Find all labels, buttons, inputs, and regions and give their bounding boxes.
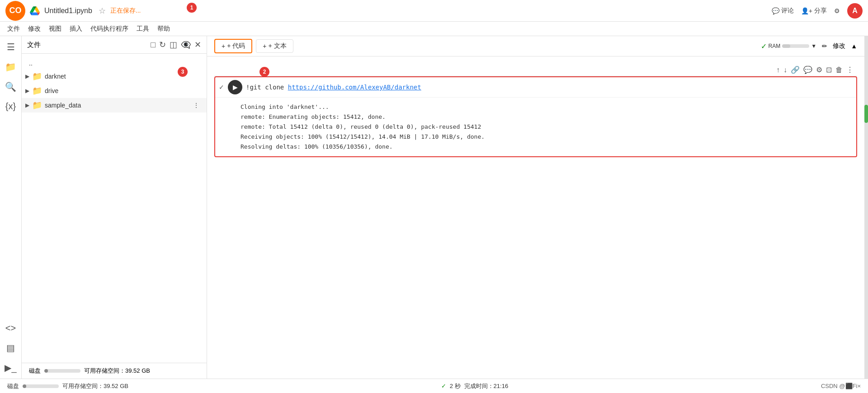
search-icon[interactable]: 🔍 xyxy=(5,81,16,92)
chevron-icon: ▶ xyxy=(25,88,29,94)
check-icon: ✓ xyxy=(761,42,767,51)
avatar-letter: A xyxy=(852,7,858,15)
csdn-label: CSDN @⬛Fi× xyxy=(821,383,861,389)
menu-insert[interactable]: 插入 xyxy=(70,25,82,33)
hide-sidebar-icon[interactable]: ◫ xyxy=(170,40,177,50)
comment-cell-icon[interactable]: 💬 xyxy=(803,66,812,74)
output-line-5: Resolving deltas: 100% (10356/10356), do… xyxy=(241,142,849,152)
comment-icon: 💬 xyxy=(772,7,779,14)
gear-icon: ⚙ xyxy=(834,7,840,14)
avatar[interactable]: A xyxy=(847,3,863,19)
co-logo-text: CO xyxy=(9,6,22,15)
share-icon: 👤+ xyxy=(801,7,812,14)
comment-label: 评论 xyxy=(781,7,794,15)
cell-right-toolbar: ↑ ↓ 🔗 💬 ⚙ ⊡ 🗑 ⋮ xyxy=(214,64,857,76)
add-code-label: + 代码 xyxy=(227,42,245,50)
add-text-label: + 文本 xyxy=(268,42,286,50)
menu-view[interactable]: 视图 xyxy=(49,25,61,33)
output-line-3: remote: Total 15412 (delta 0), reused 0 … xyxy=(241,122,849,132)
badge-2: 2 xyxy=(259,67,269,77)
statusbar: 磁盘 可用存储空间：39.52 GB ✓ 2 秒 完成时间：21:16 CSDN… xyxy=(0,379,868,393)
code-url[interactable]: https://github.com/AlexeyAB/darknet xyxy=(288,84,421,91)
chevron-up-icon[interactable]: ▲ xyxy=(851,42,857,50)
share-button[interactable]: 👤+ 分享 xyxy=(801,7,827,15)
menu-help[interactable]: 帮助 xyxy=(157,25,170,33)
output-line-4: Receiving objects: 100% (15412/15412), 1… xyxy=(241,132,849,142)
comment-button[interactable]: 💬 评论 xyxy=(772,7,794,15)
notebook-title[interactable]: Untitled1.ipynb xyxy=(44,7,92,15)
tree-item-dotdot[interactable]: .. xyxy=(22,57,207,69)
add-code-button[interactable]: + + 代码 xyxy=(214,39,252,53)
edit-label: 修改 xyxy=(833,42,845,50)
settings-button[interactable]: ⚙ xyxy=(834,7,840,14)
more-cell-icon[interactable]: ⋮ xyxy=(846,66,854,74)
output-line-1: Cloning into 'darknet'... xyxy=(241,102,849,112)
menu-runtime[interactable]: 代码执行程序 xyxy=(90,25,128,33)
toc-icon[interactable]: ☰ xyxy=(7,42,15,52)
folder-label-drive: drive xyxy=(45,87,58,94)
close-sidebar-icon[interactable]: ✕ xyxy=(194,40,201,50)
top-right-actions: 💬 评论 👤+ 分享 ⚙ A xyxy=(772,3,863,19)
terminal-icon[interactable]: ▶_ xyxy=(5,362,16,373)
cell-output: Cloning into 'darknet'... remote: Enumer… xyxy=(215,98,856,156)
eye-slash-icon[interactable]: 👁‍🗨 xyxy=(181,40,191,50)
menu-file[interactable]: 文件 xyxy=(7,25,20,33)
saving-status: 正在保存... xyxy=(110,7,141,15)
main-layout: ☰ 📁 🔍 {x} <> ▤ ▶_ 文件 □ ↻ ◫ 👁‍🗨 ✕ .. ▶ 📁 … xyxy=(0,36,868,379)
files-icon[interactable]: 📁 xyxy=(5,61,16,72)
menu-edit[interactable]: 修改 xyxy=(28,25,41,33)
disk-label: 磁盘 xyxy=(29,367,41,375)
code-icon[interactable]: <> xyxy=(5,323,16,333)
tree-item-sample-data[interactable]: ▶ 📁 sample_data ⋮ xyxy=(22,98,207,112)
co-logo[interactable]: CO xyxy=(5,1,25,21)
nb-right-toolbar: ✓ RAM ▼ ✏ 修改 ▲ xyxy=(761,42,857,51)
disk-section: 磁盘 可用存储空间：39.52 GB xyxy=(7,382,128,390)
code-prefix: !git clone xyxy=(246,84,288,91)
folder-icon-darknet: 📁 xyxy=(32,71,42,81)
more-options-icon[interactable]: ⋮ xyxy=(193,102,199,109)
scroll-thumb xyxy=(864,105,868,123)
disk-icon-label: 磁盘 xyxy=(7,382,19,390)
right-scroll-indicator xyxy=(864,36,868,379)
left-icon-strip: ☰ 📁 🔍 {x} <> ▤ ▶_ xyxy=(0,36,22,379)
badge-3: 3 xyxy=(178,67,188,77)
link-icon[interactable]: 🔗 xyxy=(791,66,800,74)
tree-item-drive[interactable]: ▶ 📁 drive xyxy=(22,84,207,98)
dropdown-icon[interactable]: ▼ xyxy=(811,43,816,49)
folder-label-darknet: darknet xyxy=(45,73,66,80)
cell-check-icon: ✓ xyxy=(219,84,224,91)
content-area: + + 代码 + + 文本 ✓ RAM ▼ ✏ 修改 ▲ xyxy=(207,36,864,379)
status-center: ✓ 2 秒 完成时间：21:16 xyxy=(128,382,821,390)
topbar: CO Untitled1.ipynb ☆ 正在保存... 💬 评论 👤+ 分享 … xyxy=(0,0,868,22)
cell-area: ↑ ↓ 🔗 💬 ⚙ ⊡ 🗑 ⋮ ✓ ▶ !git clone https://g… xyxy=(207,56,864,379)
file-tree: .. ▶ 📁 darknet ▶ 📁 drive ▶ 📁 sample_data… xyxy=(22,54,207,363)
plus-code-icon: + xyxy=(222,42,225,50)
settings-cell-icon[interactable]: ⚙ xyxy=(816,66,822,74)
snippets-icon[interactable]: ▤ xyxy=(6,342,15,353)
delete-cell-icon[interactable]: 🗑 xyxy=(835,66,843,74)
move-up-icon[interactable]: ↑ xyxy=(776,66,780,74)
folder-icon-drive: 📁 xyxy=(32,86,42,96)
menu-tools[interactable]: 工具 xyxy=(137,25,149,33)
menubar: 文件 修改 视图 插入 代码执行程序 工具 帮助 xyxy=(0,22,868,36)
expand-cell-icon[interactable]: ⊡ xyxy=(826,66,832,74)
run-button[interactable]: ▶ xyxy=(228,80,242,94)
variables-icon[interactable]: {x} xyxy=(5,101,16,112)
ram-bar xyxy=(782,44,809,48)
status-time: 2 秒 xyxy=(450,382,461,390)
ram-label: RAM xyxy=(769,43,781,49)
status-complete: 完成时间：21:16 xyxy=(464,382,509,390)
add-text-button[interactable]: + + 文本 xyxy=(256,39,293,53)
folder-label-sample-data: sample_data xyxy=(45,102,81,109)
move-down-icon[interactable]: ↓ xyxy=(783,66,787,74)
new-folder-icon[interactable]: □ xyxy=(151,40,156,50)
folder-icon-sample-data: 📁 xyxy=(32,100,42,110)
cell-code[interactable]: !git clone https://github.com/AlexeyAB/d… xyxy=(246,84,853,91)
refresh-icon[interactable]: ↻ xyxy=(159,40,166,50)
plus-text-icon: + xyxy=(263,42,266,50)
storage-available: 可用存储空间：39.52 GB xyxy=(84,367,150,375)
ram-section: ✓ RAM ▼ xyxy=(761,42,817,51)
statusbar-disk-bar xyxy=(23,384,59,388)
star-icon[interactable]: ☆ xyxy=(99,6,106,16)
status-check-icon: ✓ xyxy=(441,383,446,389)
